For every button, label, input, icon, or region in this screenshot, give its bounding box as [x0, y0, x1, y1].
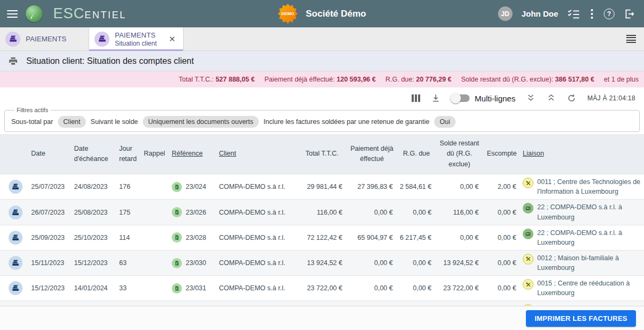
col-header-date[interactable]: Date — [29, 134, 72, 174]
col-header-paiement[interactable]: Paiement déjà éffectué — [347, 134, 397, 174]
cell-days-late: 114 — [117, 225, 142, 250]
cell-escompte: 0,00 € — [483, 200, 521, 225]
cell-days-late: 63 — [117, 250, 142, 275]
liaison-type-icon — [523, 279, 533, 290]
cell-reference: 23/028 — [186, 234, 206, 241]
cell-paiement: 65 904,97 € — [347, 225, 397, 250]
payment-register-icon[interactable] — [9, 206, 23, 219]
cell-escompte: 0,00 € — [483, 225, 521, 250]
cell-rg-due: 0,00 € — [397, 200, 436, 225]
cell-rg-due: 0,00 € — [397, 250, 436, 275]
cell-solde: 13 924,52 € — [436, 250, 483, 275]
bottom-action-bar: IMPRIMER LES FACTURES — [0, 306, 644, 330]
filter-chip-documents-ouverts[interactable]: Uniquement les documents ouverts — [143, 116, 259, 128]
col-header-client[interactable]: Client — [217, 134, 297, 174]
brand-logotype: ESC ENTIEL — [53, 5, 127, 22]
summary-paiement: Paiement déjà éffectué: 120 593,96 € — [265, 76, 376, 83]
liaison-type-icon — [523, 203, 533, 214]
app-logo — [26, 5, 42, 22]
tab-close-icon[interactable]: ✕ — [166, 33, 178, 45]
hamburger-menu-icon[interactable] — [7, 8, 18, 20]
cell-solde: 116,00 € — [436, 200, 483, 225]
help-icon[interactable]: ? — [604, 9, 614, 19]
tab-list-menu-icon[interactable] — [626, 33, 636, 45]
payment-register-icon[interactable] — [9, 231, 23, 245]
cell-rappel — [142, 225, 170, 250]
app-window: ESC ENTIEL DEMO Société Démo JD John Doe… — [0, 0, 644, 330]
cell-client: COMPA-DEMO s.à r.l. — [217, 200, 297, 225]
col-header-rappel[interactable]: Rappel — [142, 134, 170, 174]
top-header: ESC ENTIEL DEMO Société Démo JD John Doe… — [0, 0, 644, 27]
header-right: JD John Doe ? — [498, 6, 635, 21]
collapse-all-icon[interactable] — [546, 93, 556, 103]
user-avatar[interactable]: JD — [498, 6, 513, 21]
cell-liaison-text: 22 ; COMPA-DEMO s.à r.l. à Luxembourg — [537, 228, 642, 247]
table-row[interactable]: 15/12/2023 14/01/2024 33 23/031 COMPA-DE… — [0, 276, 644, 301]
col-header-jour-retard[interactable]: Jour retard — [117, 134, 142, 174]
expand-all-icon[interactable] — [526, 93, 536, 103]
cell-liaison-text: 0011 ; Centre des Technologies de l'Info… — [537, 177, 642, 196]
filters-legend: Filtres actifs — [14, 107, 50, 113]
col-header-rowicon — [0, 134, 29, 174]
columns-icon[interactable] — [412, 94, 420, 102]
title-bar: Situation client: Situation des comptes … — [0, 51, 644, 71]
cell-date: 15/11/2023 — [29, 250, 72, 275]
col-header-escompte[interactable]: Escompte — [483, 134, 521, 174]
cell-rg-due: 2 584,61 € — [397, 174, 436, 200]
cell-client: COMPA-DEMO s.à r.l. — [217, 276, 297, 301]
multiline-switch-group: Multi-lignes — [451, 94, 516, 103]
cell-liaison-text: 22 ; COMPA-DEMO s.à r.l. à Luxembourg — [537, 202, 642, 222]
cell-rappel — [142, 276, 170, 301]
col-header-solde[interactable]: Solde restant dû (R.G. exclue) — [436, 134, 483, 174]
kebab-menu-icon[interactable] — [589, 9, 595, 19]
col-header-rg-due[interactable]: R.G. due — [397, 134, 436, 174]
multiline-label: Multi-lignes — [475, 94, 516, 103]
filter-chip-client[interactable]: Client — [58, 116, 86, 128]
cell-client: COMPA-DEMO s.à r.l. — [217, 174, 297, 200]
task-list-icon[interactable] — [567, 9, 580, 19]
cash-register-icon — [5, 32, 20, 47]
cell-due-date: 24/08/2023 — [72, 174, 117, 200]
cash-register-icon — [94, 32, 109, 47]
filter-text-retenue: Inclure les factures soldées par une ret… — [264, 118, 429, 126]
print-invoices-button[interactable]: IMPRIMER LES FACTURES — [526, 310, 636, 327]
payment-register-icon[interactable] — [9, 281, 23, 295]
table-row[interactable]: 15/11/2023 15/12/2023 63 23/030 COMPA-DE… — [0, 250, 644, 275]
filter-text-solde: Suivant le solde — [91, 118, 138, 126]
refresh-icon[interactable] — [567, 93, 576, 103]
cell-total-ttc: 13 924,52 € — [297, 250, 347, 275]
cell-due-date: 25/10/2023 — [72, 225, 117, 250]
cell-reference: 23/030 — [186, 259, 206, 267]
table-row[interactable]: 25/07/2023 24/08/2023 176 23/024 COMPA-D… — [0, 174, 644, 200]
multiline-toggle[interactable] — [451, 94, 470, 102]
filter-text-subtotal: Sous-total par — [11, 118, 53, 126]
company-name: Société Démo — [306, 9, 366, 19]
print-icon[interactable] — [8, 56, 18, 66]
payment-register-icon[interactable] — [9, 180, 23, 194]
liaison-type-icon — [523, 229, 533, 239]
cell-rg-due: 6 217,45 € — [397, 225, 436, 250]
filter-chip-oui[interactable]: Oui — [434, 116, 455, 128]
col-header-echeance[interactable]: Date d'échéance — [72, 134, 117, 174]
cell-paiement: 27 396,83 € — [347, 174, 397, 200]
cell-due-date: 14/01/2024 — [72, 276, 117, 301]
table-row[interactable]: 25/09/2023 25/10/2023 114 23/028 COMPA-D… — [0, 225, 644, 250]
cell-solde: 0,00 € — [436, 174, 483, 200]
cell-date: 25/07/2023 — [29, 174, 72, 200]
table-row[interactable]: 26/07/2023 25/08/2023 175 23/026 COMPA-D… — [0, 200, 644, 225]
tab-paiements-situation-client[interactable]: PAIEMENTS Situation client ✕ — [89, 27, 184, 50]
col-header-liaison[interactable]: Liaison — [521, 134, 644, 174]
logout-icon[interactable] — [624, 8, 635, 20]
summary-more-link[interactable]: et 1 de plus — [604, 76, 639, 83]
cell-solde: 23 722,00 € — [436, 276, 483, 301]
download-icon[interactable] — [431, 93, 441, 103]
cell-reference: 23/026 — [186, 209, 206, 216]
demo-badge: DEMO — [278, 4, 298, 24]
tab-paiements[interactable]: PAIEMENTS — [0, 27, 89, 50]
cell-paiement: 0,00 € — [347, 250, 397, 275]
col-header-total-ttc[interactable]: Total T.T.C. — [297, 134, 347, 174]
payment-register-icon[interactable] — [9, 256, 23, 270]
cell-total-ttc: 29 981,44 € — [297, 174, 347, 200]
col-header-reference[interactable]: Référence — [170, 134, 217, 174]
cell-days-late: 33 — [117, 276, 142, 301]
